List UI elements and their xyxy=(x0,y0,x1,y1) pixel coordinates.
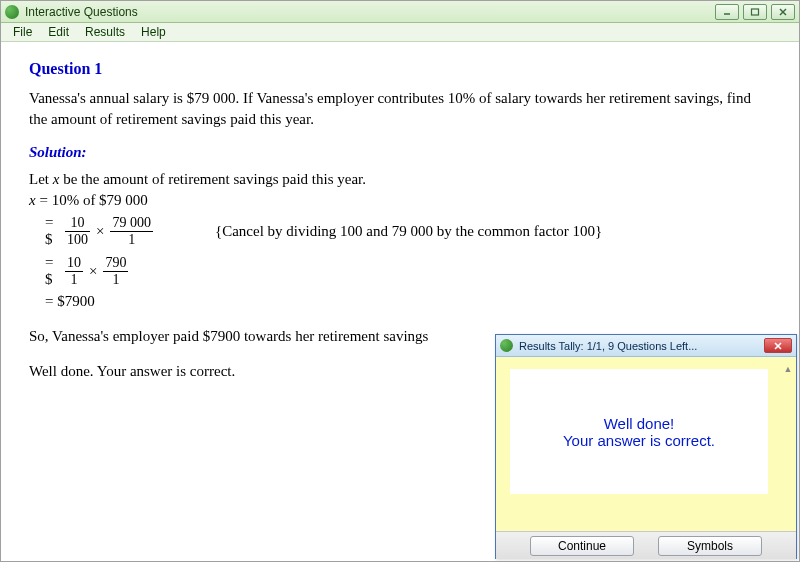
popup-button-row: Continue Symbols xyxy=(496,531,796,559)
menubar: File Edit Results Help xyxy=(1,23,799,42)
popup-titlebar: Results Tally: 1/1, 9 Questions Left... xyxy=(496,335,796,357)
svg-rect-1 xyxy=(752,9,759,15)
question-text: Vanessa's annual salary is $79 000. If V… xyxy=(29,88,771,130)
feedback-line2: Your answer is correct. xyxy=(563,432,715,449)
results-tally-popup: Results Tally: 1/1, 9 Questions Left... … xyxy=(495,334,797,559)
menu-edit[interactable]: Edit xyxy=(40,23,77,41)
step3-prefix: = $ xyxy=(29,254,63,288)
step3-f2-num: 790 xyxy=(103,255,128,270)
step2-frac2: 79 000 1 xyxy=(110,215,153,247)
step2-frac1: 10 100 xyxy=(65,215,90,247)
step2-annotation: {Cancel by dividing 100 and 79 000 by th… xyxy=(215,223,602,240)
close-button[interactable] xyxy=(771,4,795,20)
let-rest: be the amount of retirement savings paid… xyxy=(59,171,366,187)
line1-rest: = 10% of $79 000 xyxy=(36,192,148,208)
step2-f2-num: 79 000 xyxy=(110,215,153,230)
step2-f1-num: 10 xyxy=(69,215,87,230)
maximize-button[interactable] xyxy=(743,4,767,20)
solution-result: = $7900 xyxy=(29,293,771,310)
window-title: Interactive Questions xyxy=(25,5,138,19)
step2-prefix: = $ xyxy=(29,214,63,248)
window-controls xyxy=(715,4,795,20)
result-text: = $7900 xyxy=(45,293,95,309)
step2-f1-den: 100 xyxy=(65,232,90,247)
popup-scrollbar[interactable]: ▲ xyxy=(782,363,794,375)
solution-line1: x = 10% of $79 000 xyxy=(29,192,771,209)
popup-close-button[interactable] xyxy=(764,338,792,353)
step2-f2-den: 1 xyxy=(126,232,137,247)
solution-title: Solution: xyxy=(29,144,771,161)
feedback-box: Well done! Your answer is correct. xyxy=(510,369,768,494)
menu-file[interactable]: File xyxy=(5,23,40,41)
main-window-titlebar: Interactive Questions xyxy=(1,1,799,23)
step2-times: × xyxy=(96,223,104,240)
menu-help[interactable]: Help xyxy=(133,23,174,41)
solution-step3: = $ 10 1 × 790 1 xyxy=(29,253,771,289)
popup-title: Results Tally: 1/1, 9 Questions Left... xyxy=(519,340,697,352)
step3-f1-den: 1 xyxy=(69,272,80,287)
symbols-button[interactable]: Symbols xyxy=(658,536,762,556)
question-title: Question 1 xyxy=(29,60,771,78)
solution-let-line: Let x be the amount of retirement saving… xyxy=(29,171,771,188)
step3-f2-den: 1 xyxy=(110,272,121,287)
menu-results[interactable]: Results xyxy=(77,23,133,41)
let-prefix: Let xyxy=(29,171,53,187)
popup-app-icon xyxy=(500,339,513,352)
solution-step2: = $ 10 100 × 79 000 1 {Cancel by dividin… xyxy=(29,213,771,249)
step3-frac2: 790 1 xyxy=(103,255,128,287)
step3-f1-num: 10 xyxy=(65,255,83,270)
scroll-up-icon: ▲ xyxy=(782,363,794,375)
popup-body: Well done! Your answer is correct. ▲ xyxy=(496,357,796,531)
minimize-button[interactable] xyxy=(715,4,739,20)
line1-var: x xyxy=(29,192,36,208)
feedback-line1: Well done! xyxy=(604,415,675,432)
app-icon xyxy=(5,5,19,19)
step3-frac1: 10 1 xyxy=(65,255,83,287)
step3-times: × xyxy=(89,263,97,280)
continue-button[interactable]: Continue xyxy=(530,536,634,556)
